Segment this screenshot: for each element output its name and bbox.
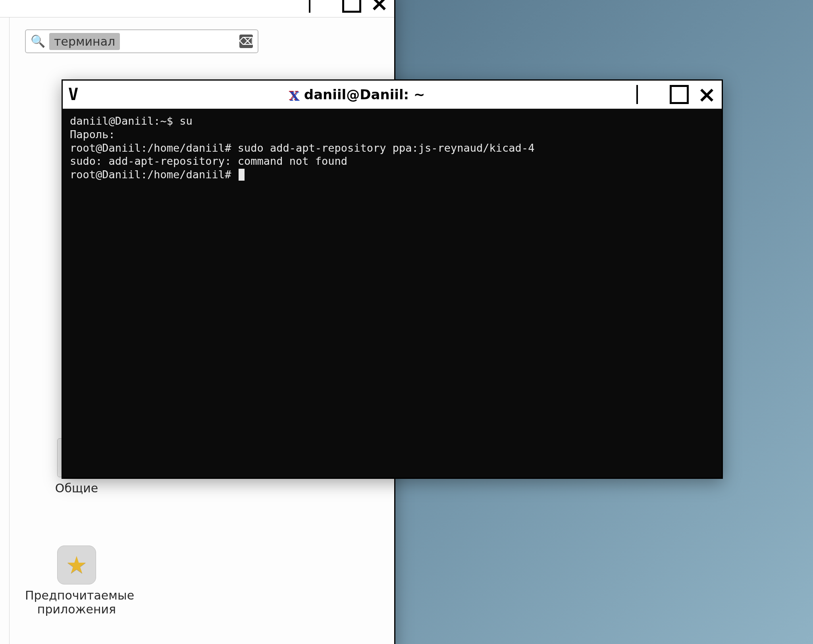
- terminal-window: V daniil@Daniil: ~ _ × daniil@Daniil:~$ …: [62, 79, 723, 479]
- terminal-body[interactable]: daniil@Daniil:~$ su Пароль: root@Daniil:…: [63, 109, 722, 478]
- maximize-button[interactable]: [342, 0, 361, 13]
- terminal-line: Пароль:: [70, 128, 115, 141]
- minimize-button[interactable]: _: [650, 87, 661, 110]
- app-tile-label: Предпочитаемые приложения: [25, 588, 128, 616]
- launcher-titlebar[interactable]: _ ×: [0, 0, 394, 17]
- separator-icon: [636, 85, 638, 104]
- launcher-sidebar: ьность нель: [0, 17, 10, 644]
- close-button[interactable]: ×: [370, 0, 389, 14]
- search-icon: 🔍: [31, 35, 45, 47]
- search-chip[interactable]: терминал: [49, 33, 120, 50]
- sidebar-item[interactable]: нель: [0, 350, 9, 373]
- maximize-button[interactable]: [670, 85, 689, 104]
- terminal-titlebar[interactable]: V daniil@Daniil: ~ _ ×: [63, 81, 722, 109]
- window-menu-button[interactable]: V: [68, 86, 77, 103]
- app-tile-preferred[interactable]: ★ Предпочитаемые приложения: [25, 546, 128, 616]
- separator-icon: [309, 0, 310, 13]
- sidebar-item[interactable]: ьность: [0, 208, 9, 231]
- app-tile-label: Общие: [25, 481, 128, 495]
- window-title: daniil@Daniil: ~: [304, 87, 425, 102]
- terminal-cursor: [239, 169, 245, 181]
- terminal-app-icon: [289, 88, 300, 101]
- star-icon: ★: [57, 546, 96, 584]
- terminal-line: root@Daniil:/home/daniil#: [70, 168, 238, 181]
- close-button[interactable]: ×: [697, 83, 716, 106]
- terminal-line: daniil@Daniil:~$ su: [70, 115, 193, 127]
- terminal-line: sudo: add-apt-repository: command not fo…: [70, 155, 347, 167]
- minimize-button[interactable]: _: [322, 0, 333, 18]
- launcher-search[interactable]: 🔍 терминал ⌫: [25, 29, 258, 53]
- terminal-line: root@Daniil:/home/daniil# sudo add-apt-r…: [70, 142, 534, 154]
- clear-search-button[interactable]: ⌫: [239, 35, 253, 48]
